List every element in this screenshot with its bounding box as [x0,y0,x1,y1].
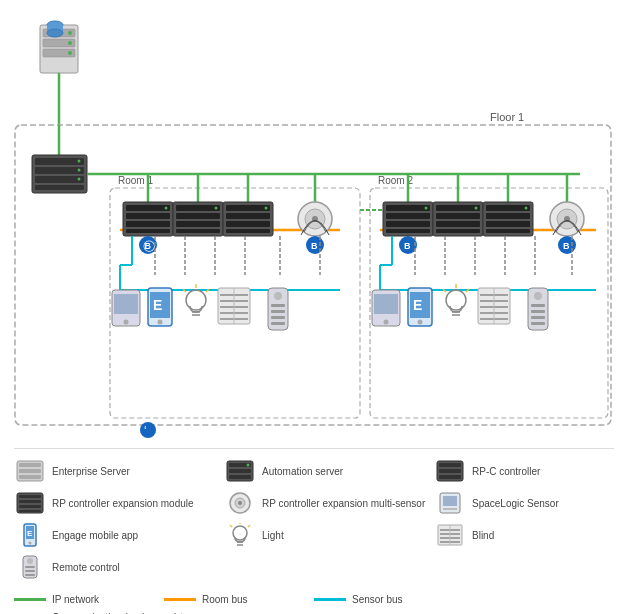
svg-point-186 [238,501,242,505]
svg-point-22 [78,178,81,181]
svg-rect-39 [126,229,170,233]
diagram-area: Floor 1 Room 1 [10,10,616,440]
svg-text:E: E [27,529,33,538]
svg-rect-183 [19,510,41,512]
legend-light: Light [224,523,434,547]
svg-rect-177 [439,469,461,473]
svg-rect-115 [436,221,480,227]
svg-rect-182 [19,505,41,508]
svg-text:B: B [563,241,570,251]
svg-text:B: B [311,241,318,251]
svg-rect-122 [486,229,530,233]
svg-point-160 [534,292,542,300]
svg-rect-120 [486,213,530,219]
svg-point-146 [446,290,466,310]
legend-room-bus: Room bus [164,587,314,611]
svg-rect-17 [35,167,84,174]
svg-point-145 [418,320,423,325]
svg-rect-114 [436,213,480,219]
svg-rect-164 [531,322,545,325]
svg-rect-209 [25,570,35,572]
legend-area: Enterprise Server Automation server [14,448,614,608]
svg-rect-208 [25,566,35,568]
svg-rect-16 [35,158,84,165]
svg-rect-54 [226,213,270,219]
svg-text:ʿ: ʿ [144,425,147,436]
svg-point-21 [78,169,81,172]
svg-rect-55 [226,221,270,227]
svg-point-141 [384,320,389,325]
svg-rect-210 [25,574,35,576]
svg-rect-49 [176,221,220,227]
svg-rect-107 [386,221,430,227]
svg-point-94 [274,292,282,300]
legend-engage-mobile: E Engage mobile app [14,523,224,547]
svg-point-193 [29,542,32,545]
svg-point-6 [68,51,72,55]
legend-blind: Blind [434,523,626,547]
svg-rect-108 [386,229,430,233]
svg-rect-167 [19,463,41,467]
svg-point-57 [265,207,268,210]
svg-point-20 [78,160,81,163]
svg-rect-116 [436,229,480,233]
svg-rect-38 [126,221,170,227]
svg-point-109 [425,207,428,210]
legend-rp-c-controller: RP-C controller [434,459,626,483]
svg-line-199 [248,525,250,527]
legend-automation-server: Automation server [224,459,434,483]
svg-rect-106 [386,213,430,219]
svg-text:Floor 1: Floor 1 [490,111,524,123]
svg-rect-96 [271,310,285,313]
svg-text:B: B [145,241,152,251]
svg-point-5 [68,41,72,45]
svg-rect-97 [271,316,285,319]
svg-rect-181 [19,500,41,503]
svg-rect-121 [486,221,530,227]
svg-rect-169 [19,475,41,479]
svg-rect-168 [19,469,41,473]
legend-spacelogic: SpaceLogic Sensor [434,491,626,515]
svg-rect-56 [226,229,270,233]
svg-rect-188 [443,496,457,506]
svg-rect-18 [35,176,84,183]
svg-rect-113 [436,205,480,211]
svg-rect-98 [271,322,285,325]
legend-multisensor: RP controller expansion multi-sensor [224,491,434,515]
legend-ip-network: IP network [14,587,164,611]
svg-rect-48 [176,213,220,219]
svg-rect-119 [486,205,530,211]
legend-remote: Remote control [14,555,224,579]
legend-enterprise-server: Enterprise Server [14,459,224,483]
svg-rect-47 [176,205,220,211]
svg-point-41 [140,422,156,438]
svg-rect-163 [531,316,545,319]
svg-rect-36 [126,205,170,211]
svg-rect-178 [439,475,461,479]
svg-rect-95 [271,304,285,307]
svg-rect-37 [126,213,170,219]
svg-line-198 [230,525,232,527]
svg-point-174 [247,464,250,467]
svg-point-40 [165,207,168,210]
svg-rect-173 [229,475,251,479]
svg-point-80 [186,290,206,310]
svg-text:E: E [153,297,162,313]
svg-text:B: B [404,241,411,251]
svg-point-117 [475,207,478,210]
svg-rect-189 [443,508,457,510]
svg-rect-140 [374,294,398,314]
legend-rp-expansion: RP controller expansion module [14,491,224,515]
svg-rect-172 [229,469,251,473]
main-container: Floor 1 Room 1 [0,0,626,614]
svg-rect-180 [19,495,41,498]
svg-rect-19 [35,185,84,190]
svg-rect-162 [531,310,545,313]
svg-rect-53 [226,205,270,211]
svg-point-123 [525,207,528,210]
svg-text:E: E [413,297,422,313]
svg-point-75 [124,320,129,325]
svg-point-9 [47,29,63,37]
legend-sensor-bus: Sensor bus [314,587,464,611]
svg-rect-50 [176,229,220,233]
